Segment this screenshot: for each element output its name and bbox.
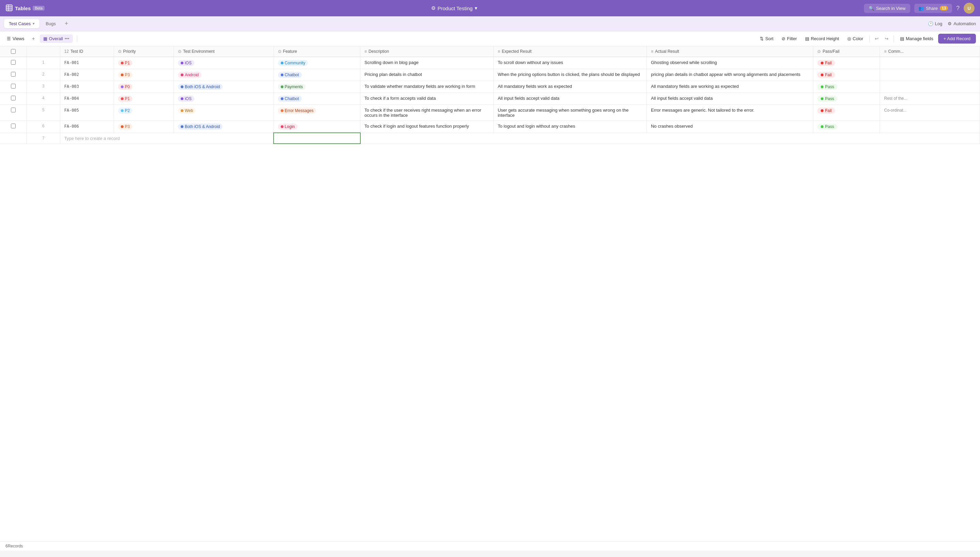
table-row: 4FA-004P1iOSChatbotTo check if a form ac… — [0, 93, 980, 105]
cell-pass-fail[interactable]: Fail — [813, 57, 880, 69]
add-tab-button[interactable]: + — [62, 19, 71, 29]
tab-test-cases[interactable]: Test Cases ▾ — [4, 19, 39, 28]
cell-expected-result[interactable]: To logout and login without any crashes — [493, 121, 647, 133]
cell-comment[interactable]: Rest of the... — [880, 93, 980, 105]
row-checkbox[interactable] — [11, 107, 16, 112]
tab-bugs[interactable]: Bugs — [41, 19, 60, 28]
cell-feature[interactable]: Chatbot — [274, 69, 360, 81]
cell-test-environment[interactable]: Both iOS & Android — [174, 81, 274, 93]
row-checkbox[interactable] — [11, 84, 16, 88]
add-record-button[interactable]: + Add Record — [938, 34, 976, 44]
log-button[interactable]: 🕐 Log — [928, 21, 943, 26]
cell-pass-fail[interactable]: Fail — [813, 105, 880, 121]
cell-feature[interactable]: Community — [274, 57, 360, 69]
row-checkbox[interactable] — [11, 124, 16, 129]
cell-actual-result[interactable]: Error messages are generic. Not tailored… — [647, 105, 813, 121]
cell-expected-result[interactable]: User gets accurate messaging when someth… — [493, 105, 647, 121]
cell-pass-fail[interactable]: Pass — [813, 93, 880, 105]
th-priority[interactable]: ⊙ Priority — [114, 46, 174, 57]
search-view-button[interactable]: 🔍 Search in View — [864, 4, 910, 13]
cell-description[interactable]: To validate whether mandatory fields are… — [360, 81, 494, 93]
views-button[interactable]: ☰ Views — [4, 34, 27, 43]
help-icon[interactable]: ? — [956, 5, 960, 12]
cell-actual-result[interactable]: pricing plan details in chatbot appear w… — [647, 69, 813, 81]
th-test-id[interactable]: 12 Test ID — [60, 46, 114, 57]
row-checkbox[interactable] — [11, 72, 16, 77]
chevron-down-icon[interactable]: ▾ — [475, 5, 477, 11]
avatar[interactable]: U — [964, 3, 975, 14]
cell-test-environment[interactable]: Android — [174, 69, 274, 81]
th-test-environment[interactable]: ⊙ Test Environment — [174, 46, 274, 57]
undo-button[interactable]: ↩ — [873, 34, 881, 43]
share-button[interactable]: 👥 Share 13 — [914, 4, 952, 13]
cell-actual-result[interactable]: All mandatory fields are working as expe… — [647, 81, 813, 93]
th-pass-fail[interactable]: ⊙ Pass/Fail — [813, 46, 880, 57]
cell-test-id[interactable]: FA-005 — [60, 105, 114, 121]
cell-priority[interactable]: P0 — [114, 81, 174, 93]
cell-actual-result[interactable]: No crashes observed — [647, 121, 813, 133]
cell-feature[interactable]: Chatbot — [274, 93, 360, 105]
cell-test-id[interactable]: FA-002 — [60, 69, 114, 81]
th-actual-result[interactable]: ≡ Actual Result — [647, 46, 813, 57]
app-name: Tables — [15, 5, 31, 11]
cell-comment[interactable] — [880, 57, 980, 69]
th-feature[interactable]: ⊙ Feature — [274, 46, 360, 57]
cell-test-id[interactable]: FA-003 — [60, 81, 114, 93]
cell-test-id[interactable]: FA-006 — [60, 121, 114, 133]
cell-priority[interactable]: P2 — [114, 105, 174, 121]
cell-priority[interactable]: P3 — [114, 121, 174, 133]
cell-test-environment[interactable]: iOS — [174, 93, 274, 105]
th-comment[interactable]: ≡ Comm... — [880, 46, 980, 57]
priority-badge: P1 — [118, 60, 133, 66]
cell-feature[interactable]: Payments — [274, 81, 360, 93]
cell-comment[interactable] — [880, 121, 980, 133]
cell-feature[interactable]: Login — [274, 121, 360, 133]
record-height-button[interactable]: ▤ Record Height — [802, 34, 842, 43]
cell-actual-result[interactable]: All input fields accept valid data — [647, 93, 813, 105]
filter-button[interactable]: ⊘ Filter — [778, 34, 800, 43]
expected-value: All input fields accept valid data — [498, 96, 560, 101]
toolbar-divider3 — [894, 36, 894, 42]
cell-description[interactable]: To check if the user receives right mess… — [360, 105, 494, 121]
cell-test-id[interactable]: FA-001 — [60, 57, 114, 69]
cell-pass-fail[interactable]: Pass — [813, 121, 880, 133]
cell-pass-fail[interactable]: Pass — [813, 81, 880, 93]
redo-button[interactable]: ↪ — [882, 34, 891, 43]
color-button[interactable]: ◎ Color — [844, 34, 867, 43]
cell-priority[interactable]: P3 — [114, 69, 174, 81]
cell-expected-result[interactable]: To scroll down without any issues — [493, 57, 647, 69]
add-view-button[interactable]: + — [29, 35, 37, 43]
row-checkbox[interactable] — [11, 96, 16, 101]
cell-actual-result[interactable]: Ghosting observed while scrolling — [647, 57, 813, 69]
cell-description[interactable]: To check if a form accepts valid data — [360, 93, 494, 105]
th-description[interactable]: ≡ Description — [360, 46, 494, 57]
cell-comment[interactable] — [880, 81, 980, 93]
cell-comment[interactable]: Co-ordinat... — [880, 105, 980, 121]
app-logo[interactable]: Tables Beta — [5, 4, 45, 13]
cell-test-id[interactable]: FA-004 — [60, 93, 114, 105]
cell-comment[interactable] — [880, 69, 980, 81]
cell-feature[interactable]: Error Messages — [274, 105, 360, 121]
new-row-hint-cell[interactable]: Type here to create a record — [60, 133, 274, 144]
cell-pass-fail[interactable]: Fail — [813, 69, 880, 81]
cell-test-environment[interactable]: iOS — [174, 57, 274, 69]
manage-fields-button[interactable]: ▤ Manage fields — [897, 34, 937, 43]
cell-expected-result[interactable]: When the pricing options button is click… — [493, 69, 647, 81]
test-id-value: FA-005 — [64, 108, 79, 113]
cell-description[interactable]: Scrolling down in blog page — [360, 57, 494, 69]
cell-test-environment[interactable]: Both iOS & Android — [174, 121, 274, 133]
cell-description[interactable]: To check if login and logout features fu… — [360, 121, 494, 133]
cell-expected-result[interactable]: All mandatory fields work as expected — [493, 81, 647, 93]
th-expected-result[interactable]: ≡ Expected Result — [493, 46, 647, 57]
row-checkbox[interactable] — [11, 60, 16, 65]
select-all-checkbox[interactable] — [11, 49, 16, 54]
sort-button[interactable]: ⇅ Sort — [756, 34, 777, 43]
automation-button[interactable]: ⚙ Automation — [948, 21, 976, 26]
current-view-tab[interactable]: ▦ Overall ••• — [40, 34, 73, 43]
new-row-selected-cell[interactable] — [274, 133, 360, 144]
cell-priority[interactable]: P1 — [114, 57, 174, 69]
cell-description[interactable]: Pricing plan details in chatbot — [360, 69, 494, 81]
cell-test-environment[interactable]: Web — [174, 105, 274, 121]
cell-expected-result[interactable]: All input fields accept valid data — [493, 93, 647, 105]
cell-priority[interactable]: P1 — [114, 93, 174, 105]
